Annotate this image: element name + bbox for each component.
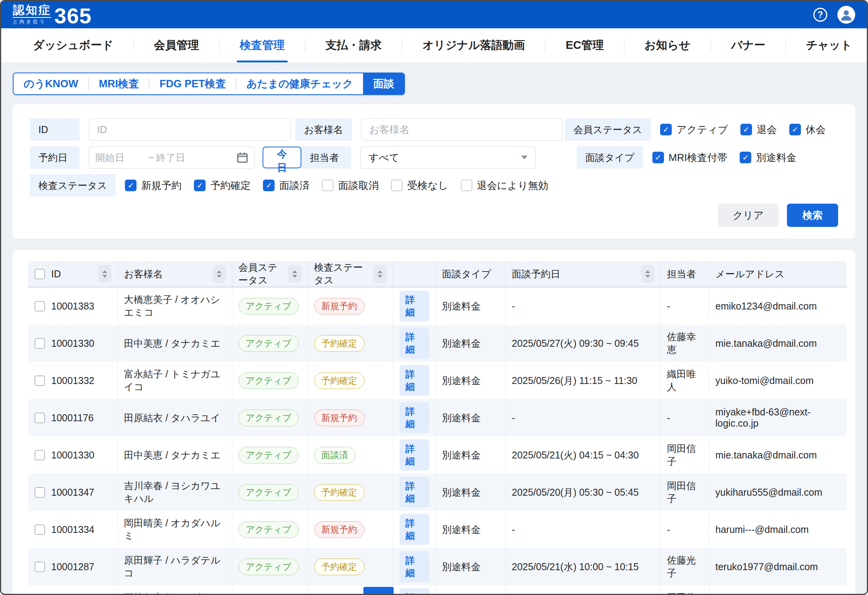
detail-button[interactable]: 詳細 [399,402,429,433]
cell-staff: 佐藤幸恵 [661,325,709,362]
exam-status-filter-label: 検査ステータス [30,174,116,197]
checkbox-新規予約[interactable]: ✓新規予約 [125,179,182,192]
row-checkbox[interactable] [35,338,45,349]
user-avatar[interactable] [837,6,855,24]
detail-button[interactable]: 詳細 [399,588,429,595]
row-checkbox[interactable] [35,524,45,535]
column-label: メールアドレス [716,268,785,280]
detail-button[interactable]: 詳細 [399,477,429,508]
row-checkbox[interactable] [35,413,45,423]
row-checkbox[interactable] [35,562,45,572]
cell-email: teruko1977@dmail.com [709,548,847,585]
checkbox-checked-icon[interactable]: ✓ [125,180,137,191]
nav-tab-チャット[interactable]: チャット [786,28,868,62]
detail-button[interactable]: 詳細 [399,291,429,322]
cell-interview-type: 別途料金 [436,362,505,399]
checkbox-受検なし[interactable]: 受検なし [391,179,448,192]
cell-customer-name: 大橋恵美子 / オオハシエミコ [118,287,232,325]
staff-select[interactable]: すべて [360,146,536,169]
checkbox-面談取消[interactable]: 面談取消 [322,179,379,192]
checkbox-checked-icon[interactable]: ✓ [660,124,672,135]
detail-button[interactable]: 詳細 [399,439,429,470]
checkbox-checked-icon[interactable]: ✓ [263,180,275,191]
id-input[interactable] [89,118,290,141]
nav-tab-検査管理[interactable]: 検査管理 [220,28,305,62]
checkbox-別途料金[interactable]: ✓別途料金 [740,151,796,164]
exam-status-badge: 新規予約 [314,521,365,538]
customer-name-input[interactable] [361,118,563,141]
sort-icon[interactable] [373,265,387,283]
table-row: 10001347吉川幸春 / ヨシカワユキハルアクティブ予約確定詳細別途料金20… [28,474,847,511]
subtab-のうKNOW[interactable]: のうKNOW [14,73,88,94]
cell-id: 10001332 [51,375,94,386]
nav-tab-お知らせ[interactable]: お知らせ [624,28,711,62]
nav-tab-会員管理[interactable]: 会員管理 [134,28,219,62]
exam-status-badge: 予約確定 [314,559,365,575]
detail-button[interactable]: 詳細 [399,551,429,582]
end-date-input[interactable] [156,152,207,163]
checkbox-checked-icon[interactable]: ✓ [740,152,751,163]
checkbox-label: 休会 [806,123,826,137]
checkbox-checked-icon[interactable]: ✓ [789,124,801,135]
logo-subtitle: と向き合う [13,19,51,24]
sort-icon[interactable] [213,265,226,283]
column-header-detail [393,261,436,287]
subtab-FDG PET検査[interactable]: FDG PET検査 [149,73,236,94]
reserve-date-range[interactable]: ~ [89,146,255,169]
cell-id: 10001176 [51,412,93,424]
detail-button[interactable]: 詳細 [399,328,429,359]
row-checkbox[interactable] [35,487,45,498]
member-status-badge: アクティブ [239,298,299,315]
checkbox-label: 新規予約 [141,179,182,192]
checkbox-アクティブ[interactable]: ✓アクティブ [660,123,728,137]
row-checkbox[interactable] [35,301,45,311]
checkbox-checked-icon[interactable]: ✓ [194,180,206,191]
subtab-あたまの健康チェック[interactable]: あたまの健康チェック [236,73,363,94]
start-date-input[interactable] [95,152,146,163]
subtab-面談[interactable]: 面談 [363,73,404,94]
column-header-面談予約日: 面談予約日 [505,261,661,287]
nav-tab-バナー[interactable]: バナー [711,28,785,62]
search-button[interactable]: 検索 [787,204,838,227]
nav-tab-EC管理[interactable]: EC管理 [545,28,624,62]
sort-icon[interactable] [98,265,111,283]
checkbox-unchecked-icon[interactable] [461,180,472,191]
subtab-MRI検査[interactable]: MRI検査 [89,73,149,94]
checkbox-unchecked-icon[interactable] [322,180,334,191]
checkbox-退会により無効[interactable]: 退会により無効 [461,179,548,192]
checkbox-unchecked-icon[interactable] [391,180,403,191]
cell-interview-type: 別途料金 [436,511,505,548]
column-label: ID [51,268,61,280]
cell-id: 10001330 [51,450,94,461]
help-icon[interactable]: ? [813,8,827,22]
cell-email: harumi---@dmail.com [709,511,847,548]
detail-button[interactable]: 詳細 [399,514,429,545]
sort-icon[interactable] [641,265,654,283]
cell-staff: 佐藤光子 [661,548,709,585]
checkbox-checked-icon[interactable]: ✓ [740,124,752,135]
cell-interview-date: 2025/05/19(月) 11:45 ~ 12:00 [505,585,661,595]
app-logo: 認知症 と向き合う 365 [13,4,92,25]
nav-tab-支払・請求[interactable]: 支払・請求 [305,28,402,62]
checkbox-checked-icon[interactable]: ✓ [652,152,664,163]
today-button[interactable]: 今日 [263,147,301,168]
calendar-icon[interactable] [237,152,248,163]
checkbox-休会[interactable]: ✓休会 [789,123,826,137]
checkbox-MRI検査付帯[interactable]: ✓MRI検査付帯 [652,151,728,164]
cell-id: 10001347 [51,487,94,498]
checkbox-面談済[interactable]: ✓面談済 [263,179,310,192]
row-checkbox[interactable] [35,450,45,460]
detail-button[interactable]: 詳細 [399,365,429,396]
select-all-checkbox[interactable] [35,269,45,279]
table-row: 10001383大橋恵美子 / オオハシエミコアクティブ新規予約詳細別途料金--… [28,287,847,325]
exam-status-badge: 予約確定 [314,484,365,501]
nav-tab-オリジナル落語動画[interactable]: オリジナル落語動画 [402,28,545,62]
clear-button[interactable]: クリア [718,204,778,227]
column-label: 検査ステータス [314,261,370,287]
sort-icon[interactable] [288,265,301,283]
nav-tab-ダッシュボード[interactable]: ダッシュボード [13,28,133,62]
checkbox-予約確定[interactable]: ✓予約確定 [194,179,251,192]
checkbox-退会[interactable]: ✓退会 [740,123,777,137]
row-checkbox[interactable] [35,375,45,386]
column-label: 面談予約日 [512,268,560,280]
